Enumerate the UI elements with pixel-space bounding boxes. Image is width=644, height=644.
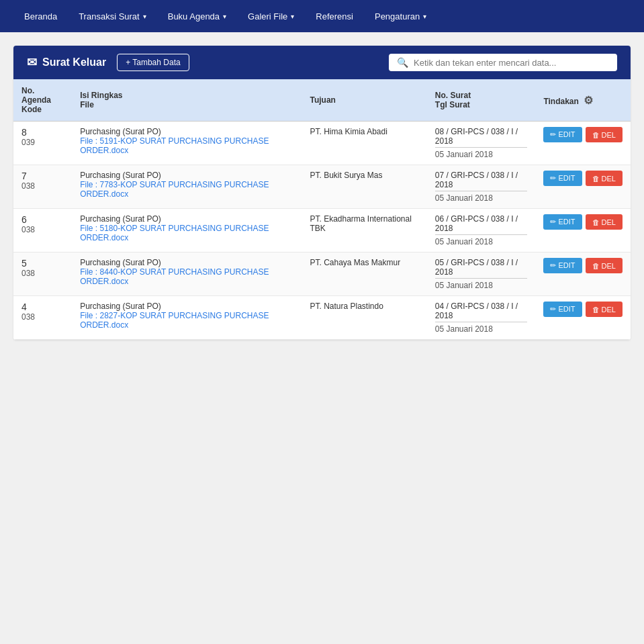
file-link[interactable]: File : 5180-KOP SURAT PURCHASING PURCHAS… bbox=[80, 224, 269, 242]
cell-tujuan: PT. Cahaya Mas Makmur bbox=[302, 252, 426, 296]
nav-beranda[interactable]: Beranda bbox=[13, 0, 68, 32]
edit-button[interactable]: ✏ EDIT bbox=[543, 258, 582, 273]
del-button[interactable]: 🗑 DEL bbox=[586, 171, 623, 186]
table-row: 4 038 Purchasing (Surat PO) File : 2827-… bbox=[13, 296, 631, 340]
action-buttons: ✏ EDIT 🗑 DEL bbox=[543, 127, 623, 142]
card-header-left: ✉ Surat Keluar + Tambah Data bbox=[27, 54, 189, 71]
cell-tindakan: ✏ EDIT 🗑 DEL bbox=[535, 165, 631, 209]
nav-referensi[interactable]: Referensi bbox=[305, 0, 364, 32]
th-tujuan: Tujuan bbox=[302, 79, 426, 122]
chevron-down-icon: ▾ bbox=[143, 13, 146, 20]
table-row: 7 038 Purchasing (Surat PO) File : 7783-… bbox=[13, 165, 631, 209]
table-header-row: No. Agenda Kode Isi Ringkas File Tujuan … bbox=[13, 79, 631, 122]
nav-transaksi-surat[interactable]: Transaksi Surat ▾ bbox=[68, 0, 157, 32]
cell-isi-ringkas: Purchasing (Surat PO) File : 2827-KOP SU… bbox=[72, 296, 302, 340]
chevron-down-icon: ▾ bbox=[291, 13, 294, 20]
cell-tindakan: ✏ EDIT 🗑 DEL bbox=[535, 122, 631, 165]
del-button[interactable]: 🗑 DEL bbox=[586, 302, 623, 317]
cell-tindakan: ✏ EDIT 🗑 DEL bbox=[535, 296, 631, 340]
cell-no-agenda: 6 038 bbox=[13, 209, 72, 252]
envelope-icon: ✉ bbox=[27, 55, 37, 70]
th-isi-ringkas: Isi Ringkas File bbox=[72, 79, 302, 122]
cell-no-surat: 07 / GRI-PCS / 038 / I / 2018 05 Januari… bbox=[427, 165, 536, 209]
search-icon: 🔍 bbox=[397, 57, 408, 68]
nav-galeri-file[interactable]: Galeri File ▾ bbox=[237, 0, 305, 32]
del-button[interactable]: 🗑 DEL bbox=[586, 214, 623, 230]
table-row: 5 038 Purchasing (Surat PO) File : 8440-… bbox=[13, 252, 631, 296]
cell-no-surat: 06 / GRI-PCS / 038 / I / 2018 05 Januari… bbox=[427, 209, 536, 252]
file-link[interactable]: File : 8440-KOP SURAT PURCHASING PURCHAS… bbox=[80, 267, 269, 286]
file-link[interactable]: File : 5191-KOP SURAT PURCHASING PURCHAS… bbox=[80, 136, 269, 155]
page-title: ✉ Surat Keluar bbox=[27, 55, 106, 70]
search-input[interactable] bbox=[414, 58, 609, 68]
del-button[interactable]: 🗑 DEL bbox=[586, 258, 623, 273]
action-buttons: ✏ EDIT 🗑 DEL bbox=[543, 302, 623, 317]
edit-button[interactable]: ✏ EDIT bbox=[543, 127, 582, 142]
table-row: 8 039 Purchasing (Surat PO) File : 5191-… bbox=[13, 122, 631, 165]
navbar: Beranda Transaksi Surat ▾ Buku Agenda ▾ … bbox=[0, 0, 644, 32]
cell-tujuan: PT. Ekadharma International TBK bbox=[302, 209, 426, 252]
card-header: ✉ Surat Keluar + Tambah Data 🔍 bbox=[13, 46, 631, 79]
cell-isi-ringkas: Purchasing (Surat PO) File : 7783-KOP SU… bbox=[72, 165, 302, 209]
cell-tindakan: ✏ EDIT 🗑 DEL bbox=[535, 209, 631, 252]
th-no-agenda: No. Agenda Kode bbox=[13, 79, 72, 122]
chevron-down-icon: ▾ bbox=[423, 13, 426, 20]
tambah-data-button[interactable]: + Tambah Data bbox=[117, 54, 189, 71]
cell-no-surat: 04 / GRI-PCS / 038 / I / 2018 05 Januari… bbox=[427, 296, 536, 340]
file-link[interactable]: File : 7783-KOP SURAT PURCHASING PURCHAS… bbox=[80, 180, 269, 199]
cell-no-surat: 05 / GRI-PCS / 038 / I / 2018 05 Januari… bbox=[427, 252, 536, 296]
gear-icon[interactable]: ⚙ bbox=[584, 95, 593, 106]
main-card: ✉ Surat Keluar + Tambah Data 🔍 No. Agend… bbox=[13, 46, 631, 340]
table-wrapper: No. Agenda Kode Isi Ringkas File Tujuan … bbox=[13, 79, 631, 340]
cell-no-surat: 08 / GRI-PCS / 038 / I / 2018 05 Januari… bbox=[427, 122, 536, 165]
action-buttons: ✏ EDIT 🗑 DEL bbox=[543, 171, 623, 186]
cell-no-agenda: 8 039 bbox=[13, 122, 72, 165]
cell-no-agenda: 5 038 bbox=[13, 252, 72, 296]
th-tindakan: Tindakan ⚙ bbox=[535, 79, 631, 122]
data-table: No. Agenda Kode Isi Ringkas File Tujuan … bbox=[13, 79, 631, 340]
edit-button[interactable]: ✏ EDIT bbox=[543, 171, 582, 186]
chevron-down-icon: ▾ bbox=[223, 13, 226, 20]
cell-isi-ringkas: Purchasing (Surat PO) File : 8440-KOP SU… bbox=[72, 252, 302, 296]
cell-isi-ringkas: Purchasing (Surat PO) File : 5191-KOP SU… bbox=[72, 122, 302, 165]
table-row: 6 038 Purchasing (Surat PO) File : 5180-… bbox=[13, 209, 631, 252]
cell-tujuan: PT. Hima Kimia Abadi bbox=[302, 122, 426, 165]
action-buttons: ✏ EDIT 🗑 DEL bbox=[543, 258, 623, 273]
cell-no-agenda: 4 038 bbox=[13, 296, 72, 340]
edit-button[interactable]: ✏ EDIT bbox=[543, 302, 582, 317]
cell-tujuan: PT. Natura Plastindo bbox=[302, 296, 426, 340]
nav-pengaturan[interactable]: Pengaturan ▾ bbox=[364, 0, 437, 32]
cell-no-agenda: 7 038 bbox=[13, 165, 72, 209]
cell-isi-ringkas: Purchasing (Surat PO) File : 5180-KOP SU… bbox=[72, 209, 302, 252]
nav-buku-agenda[interactable]: Buku Agenda ▾ bbox=[157, 0, 237, 32]
page-content: ✉ Surat Keluar + Tambah Data 🔍 No. Agend… bbox=[0, 32, 644, 644]
file-link[interactable]: File : 2827-KOP SURAT PURCHASING PURCHAS… bbox=[80, 311, 269, 330]
del-button[interactable]: 🗑 DEL bbox=[586, 127, 623, 142]
cell-tujuan: PT. Bukit Surya Mas bbox=[302, 165, 426, 209]
search-box: 🔍 bbox=[389, 54, 617, 71]
cell-tindakan: ✏ EDIT 🗑 DEL bbox=[535, 252, 631, 296]
edit-button[interactable]: ✏ EDIT bbox=[543, 214, 582, 230]
action-buttons: ✏ EDIT 🗑 DEL bbox=[543, 214, 623, 230]
th-no-surat: No. Surat Tgl Surat bbox=[427, 79, 536, 122]
